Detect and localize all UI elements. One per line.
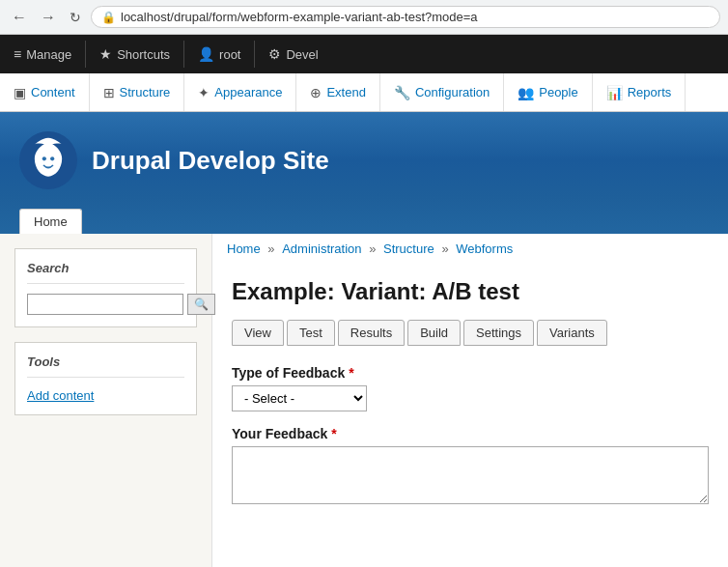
shortcuts-label: Shortcuts [117, 47, 170, 62]
address-bar[interactable]: 🔒 localhost/drupal/form/webform-example-… [91, 6, 720, 28]
breadcrumb-sep-1: » [267, 241, 278, 256]
lock-icon: 🔒 [101, 11, 116, 24]
breadcrumb-sep-2: » [369, 241, 379, 256]
svg-point-0 [42, 156, 46, 160]
nav-extend[interactable]: ⊕ Extend [296, 73, 379, 111]
content-icon: ▣ [14, 85, 26, 100]
browser-chrome: ← → ↻ 🔒 localhost/drupal/form/webform-ex… [0, 0, 728, 35]
drupal-logo [19, 131, 77, 189]
appearance-icon: ✦ [198, 85, 210, 100]
site-header: Drupal Develop Site Home [0, 112, 728, 234]
search-button[interactable]: 🔍 [187, 294, 215, 315]
configuration-icon: 🔧 [394, 85, 410, 100]
reload-button[interactable]: ↻ [66, 8, 85, 27]
content-label: Content [31, 85, 75, 99]
your-feedback-textarea[interactable] [232, 446, 709, 504]
nav-structure[interactable]: ⊞ Structure [90, 73, 185, 111]
tools-block: Tools Add content [14, 342, 197, 415]
sidebar: Search 🔍 Tools Add content [0, 234, 212, 567]
url-text: localhost/drupal/form/webform-example-va… [121, 10, 478, 24]
content-with-breadcrumb: Home » Administration » Structure » Webf… [212, 234, 728, 567]
breadcrumb-home[interactable]: Home [227, 241, 261, 256]
svg-point-1 [50, 156, 54, 160]
tab-test[interactable]: Test [287, 320, 335, 346]
your-feedback-group: Your Feedback * [232, 426, 709, 507]
extend-icon: ⊕ [310, 85, 322, 100]
tab-build[interactable]: Build [407, 320, 461, 346]
back-button[interactable]: ← [8, 7, 31, 28]
type-of-feedback-group: Type of Feedback * - Select -Option 1Opt… [232, 365, 709, 411]
breadcrumb-sep-3: » [441, 241, 452, 256]
required-star-1: * [349, 365, 353, 381]
forward-button[interactable]: → [37, 7, 60, 28]
nav-people[interactable]: 👥 People [504, 73, 592, 111]
search-block: Search 🔍 [14, 248, 197, 327]
tab-view[interactable]: View [232, 320, 284, 346]
hamburger-icon: ≡ [14, 46, 21, 62]
tabs: View Test Results Build Settings Variant… [232, 320, 709, 346]
tab-variants[interactable]: Variants [537, 320, 607, 346]
star-icon: ★ [99, 46, 112, 62]
breadcrumb-structure[interactable]: Structure [383, 241, 434, 256]
type-of-feedback-select[interactable]: - Select -Option 1Option 2 [232, 385, 367, 411]
structure-label: Structure [120, 85, 171, 99]
search-input[interactable] [27, 294, 183, 315]
home-tab[interactable]: Home [19, 209, 82, 234]
tab-results[interactable]: Results [338, 320, 405, 346]
user-icon: 👤 [198, 46, 214, 62]
devel-menu-item[interactable]: ⚙ Devel [255, 35, 331, 73]
secondary-nav: ▣ Content ⊞ Structure ✦ Appearance ⊕ Ext… [0, 73, 728, 112]
reports-icon: 📊 [606, 85, 623, 100]
site-name: Drupal Develop Site [92, 146, 329, 176]
gear-icon: ⚙ [268, 46, 281, 62]
tab-settings[interactable]: Settings [463, 320, 534, 346]
main-content: Search 🔍 Tools Add content Home » Admini… [0, 234, 728, 567]
required-star-2: * [331, 426, 336, 441]
people-label: People [539, 85, 577, 99]
breadcrumb: Home » Administration » Structure » Webf… [212, 234, 728, 264]
breadcrumb-admin[interactable]: Administration [282, 241, 361, 256]
content-area: Example: Variant: A/B test View Test Res… [212, 264, 728, 567]
shortcuts-menu-item[interactable]: ★ Shortcuts [86, 35, 183, 73]
search-form: 🔍 [27, 294, 184, 315]
nav-reports[interactable]: 📊 Reports [593, 73, 686, 111]
site-branding: Drupal Develop Site [19, 131, 709, 209]
reports-label: Reports [628, 85, 672, 99]
tools-block-title: Tools [27, 354, 184, 378]
admin-toolbar: ≡ Manage ★ Shortcuts 👤 root ⚙ Devel [0, 35, 728, 73]
nav-appearance[interactable]: ✦ Appearance [184, 73, 296, 111]
user-menu-item[interactable]: 👤 root [184, 35, 254, 73]
add-content-link[interactable]: Add content [27, 388, 94, 403]
search-block-title: Search [27, 261, 184, 284]
user-label: root [219, 47, 240, 62]
manage-label: Manage [26, 47, 71, 62]
devel-label: Devel [286, 47, 318, 62]
structure-icon: ⊞ [103, 85, 115, 100]
configuration-label: Configuration [415, 85, 490, 99]
type-of-feedback-label: Type of Feedback * [232, 365, 709, 381]
appearance-label: Appearance [214, 85, 282, 99]
nav-configuration[interactable]: 🔧 Configuration [380, 73, 504, 111]
manage-menu-item[interactable]: ≡ Manage [0, 35, 85, 73]
extend-label: Extend [326, 85, 365, 99]
page-title: Example: Variant: A/B test [232, 278, 709, 305]
nav-content[interactable]: ▣ Content [0, 73, 90, 111]
breadcrumb-webforms[interactable]: Webforms [456, 241, 513, 256]
people-icon: 👥 [518, 85, 534, 100]
your-feedback-label: Your Feedback * [232, 426, 709, 441]
